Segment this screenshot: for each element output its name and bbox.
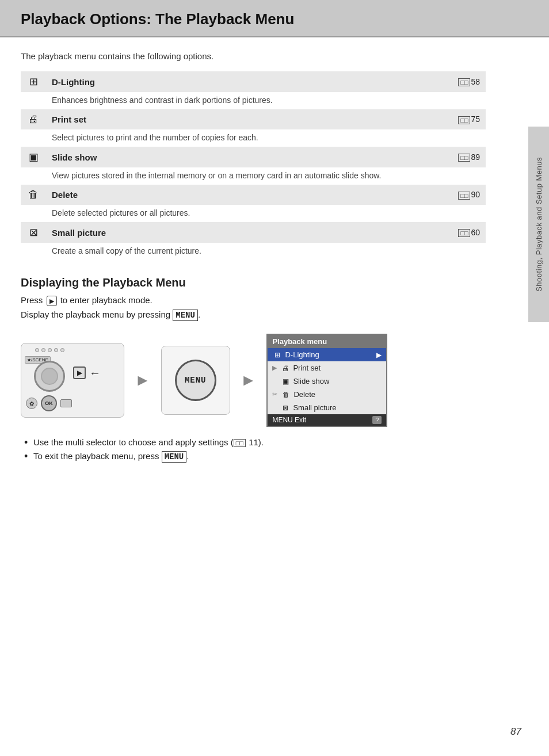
- table-row-desc: View pictures stored in the internal mem…: [21, 167, 486, 185]
- camera-dot: [41, 348, 45, 352]
- pm-icon-slide-show: ▣: [280, 377, 291, 385]
- table-row: ⊞ D-Lighting □□58: [21, 71, 486, 92]
- option-icon-slide-show: ▣: [21, 147, 46, 167]
- table-row-desc: Enhances brightness and contrast in dark…: [21, 92, 486, 109]
- option-desc-d-lighting: Enhances brightness and contrast in dark…: [21, 92, 486, 109]
- play-button-icon: ▶: [47, 296, 57, 306]
- pm-item-delete: ✂ 🗑 Delete: [268, 388, 386, 401]
- option-label-delete: Delete: [46, 185, 440, 205]
- camera-dot: [54, 348, 58, 352]
- option-ref-print-set: □□75: [440, 109, 486, 129]
- camera-diagram: ★/SCENE ▶ ← ✿ OK: [21, 343, 124, 418]
- camera-lens-inner: [41, 368, 58, 385]
- table-row-desc: Delete selected pictures or all pictures…: [21, 205, 486, 222]
- camera-flower-btn: ✿: [26, 398, 37, 409]
- option-ref-slide-show: □□89: [440, 147, 486, 167]
- playback-menu-screen: Playback menu ⊞ D-Lighting ▶ ▶ 🖨 Print s…: [266, 334, 387, 427]
- pm-footer: MENU Exit ?: [268, 414, 386, 426]
- section2-heading: Displaying the Playback Menu: [21, 276, 486, 289]
- intro-text: The playback menu contains the following…: [21, 51, 486, 61]
- option-ref-small-picture: □□60: [440, 222, 486, 243]
- option-desc-print-set: Select pictures to print and the number …: [21, 129, 486, 147]
- option-icon-delete: 🗑: [21, 185, 46, 205]
- camera-top-dots: [35, 348, 64, 352]
- pm-play-prefix-spacer: ▶: [272, 377, 277, 385]
- pm-item-small-picture: ▶ ⊠ Small picture: [268, 401, 386, 414]
- pm-item-slide-show: ▶ ▣ Slide show: [268, 375, 386, 388]
- option-icon-d-lighting: ⊞: [21, 71, 46, 92]
- page-title: Playback Options: The Playback Menu: [21, 10, 528, 28]
- pm-icon-print-set: 🖨: [280, 364, 291, 372]
- playback-menu-title: Playback menu: [268, 335, 386, 348]
- press-line-2: Display the playback menu by pressing ME…: [21, 310, 486, 321]
- option-label-print-set: Print set: [46, 109, 440, 129]
- pm-spacer: ▶: [272, 404, 277, 411]
- menu-circle: MENU: [175, 360, 216, 401]
- table-row: 🖨 Print set □□75: [21, 109, 486, 129]
- option-desc-small-picture: Create a small copy of the current pictu…: [21, 243, 486, 260]
- pm-label-delete: Delete: [293, 390, 315, 399]
- camera-dot: [48, 348, 52, 352]
- camera-dot: [60, 348, 64, 352]
- camera-lens: [34, 361, 65, 392]
- option-desc-delete: Delete selected pictures or all pictures…: [21, 205, 486, 222]
- list-item: Use the multi selector to choose and app…: [21, 437, 486, 447]
- menu-button-diagram: MENU: [161, 346, 230, 415]
- option-label-d-lighting: D-Lighting: [46, 71, 440, 92]
- menu-key-label: MENU: [173, 310, 198, 321]
- option-label-slide-show: Slide show: [46, 147, 440, 167]
- table-row: ▣ Slide show □□89: [21, 147, 486, 167]
- menu-key-label-2: MENU: [162, 451, 187, 463]
- arrow-right-icon-1: ►: [135, 371, 151, 390]
- pm-icon-delete: 🗑: [281, 391, 291, 399]
- table-row: 🗑 Delete □□90: [21, 185, 486, 205]
- pm-exit-label: MENU Exit: [272, 416, 306, 424]
- pm-icon-d-lighting: ⊞: [272, 351, 283, 359]
- camera-play-btn: ▶: [73, 366, 86, 379]
- page-number: 87: [510, 726, 521, 738]
- main-content: The playback menu contains the following…: [0, 37, 506, 480]
- pm-label-print-set: Print set: [293, 364, 321, 372]
- option-desc-slide-show: View pictures stored in the internal mem…: [21, 167, 486, 185]
- camera-arrow-right: ←: [89, 366, 101, 380]
- sidebar-label: Shooting, Playback and Setup Menus: [535, 157, 543, 292]
- table-row-desc: Select pictures to print and the number …: [21, 129, 486, 147]
- options-table: ⊞ D-Lighting □□58 Enhances brightness an…: [21, 71, 486, 260]
- option-ref-d-lighting: □□58: [440, 71, 486, 92]
- option-label-small-picture: Small picture: [46, 222, 440, 243]
- pm-arrow-d-lighting: ▶: [376, 351, 382, 359]
- arrow-right-icon-2: ►: [241, 371, 257, 390]
- list-item: To exit the playback menu, press MENU.: [21, 451, 486, 463]
- camera-dot: [35, 348, 39, 352]
- pm-play-prefix: ▶: [272, 364, 277, 372]
- pm-help-icon: ?: [372, 416, 382, 424]
- option-icon-small-picture: ⊠: [21, 222, 46, 243]
- pm-label-small-picture: Small picture: [293, 403, 336, 412]
- diagrams-row: ★/SCENE ▶ ← ✿ OK ► MENU ► Playback menu …: [21, 334, 486, 427]
- pm-item-d-lighting: ⊞ D-Lighting ▶: [268, 348, 386, 361]
- option-ref-delete: □□90: [440, 185, 486, 205]
- table-row-desc: Create a small copy of the current pictu…: [21, 243, 486, 260]
- pm-label-d-lighting: D-Lighting: [285, 350, 319, 359]
- pm-icon-small-picture: ⊠: [280, 404, 291, 412]
- sidebar-panel: Shooting, Playback and Setup Menus: [528, 127, 549, 322]
- camera-ok-btn: OK: [41, 395, 57, 411]
- press-line-1: Press ▶ to enter playback mode.: [21, 295, 486, 306]
- table-row: ⊠ Small picture □□60: [21, 222, 486, 243]
- camera-rect-btn: [60, 399, 72, 407]
- pm-item-print-set: ▶ 🖨 Print set: [268, 361, 386, 375]
- bullet-list: Use the multi selector to choose and app…: [21, 437, 486, 463]
- pm-label-slide-show: Slide show: [293, 377, 329, 385]
- page-header: Playback Options: The Playback Menu: [0, 0, 549, 37]
- option-icon-print-set: 🖨: [21, 109, 46, 129]
- camera-bottom-controls: ✿ OK: [26, 395, 119, 411]
- pm-scissors-icon: ✂: [272, 391, 277, 398]
